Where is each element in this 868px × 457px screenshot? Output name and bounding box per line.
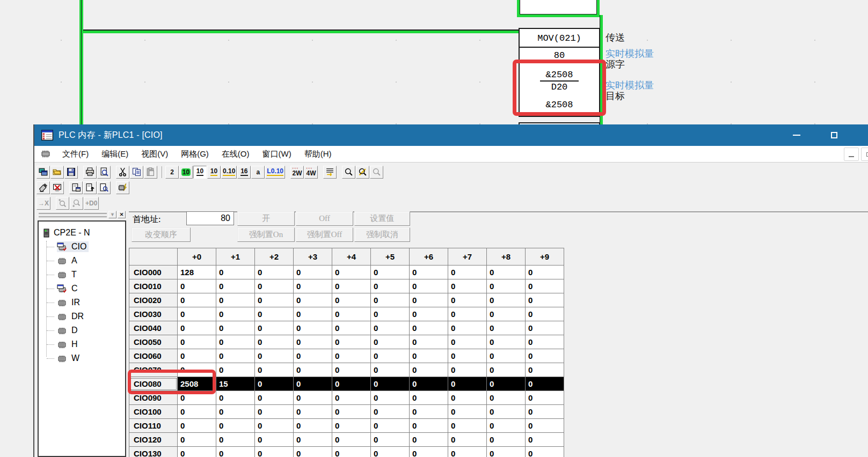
memory-cell[interactable]: 0 bbox=[448, 377, 487, 391]
memory-cell[interactable]: 0 bbox=[332, 419, 371, 433]
menu-item-3[interactable]: 网格(G) bbox=[174, 146, 215, 162]
memory-cell[interactable]: 0 bbox=[448, 433, 487, 447]
format-decimal-button[interactable]: 10 bbox=[193, 166, 207, 179]
memory-cell[interactable]: 0 bbox=[178, 419, 216, 433]
memory-cell[interactable]: 0 bbox=[371, 266, 410, 279]
memory-cell[interactable]: 0 bbox=[294, 321, 332, 335]
tree-item-h[interactable]: H bbox=[57, 337, 125, 351]
tree-item-w[interactable]: W bbox=[57, 351, 125, 365]
memory-cell[interactable]: 0 bbox=[487, 377, 526, 391]
memory-cell[interactable]: 0 bbox=[255, 419, 294, 433]
memory-cell[interactable]: 0 bbox=[294, 405, 332, 419]
memory-cell[interactable]: 0 bbox=[448, 349, 487, 363]
ctl-order-button[interactable]: 改变顺序 bbox=[132, 227, 191, 242]
copy-button[interactable] bbox=[130, 166, 143, 179]
memory-cell[interactable]: 0 bbox=[216, 391, 255, 405]
mdi-restore-button[interactable] bbox=[861, 148, 868, 161]
memory-cell[interactable]: 0 bbox=[371, 363, 410, 377]
memory-cell[interactable]: 0 bbox=[216, 363, 255, 377]
memory-cell[interactable]: 0 bbox=[332, 279, 371, 293]
fill-data-area-button[interactable] bbox=[37, 181, 50, 194]
memory-cell[interactable]: 0 bbox=[410, 391, 448, 405]
memory-cell[interactable]: 0 bbox=[294, 307, 332, 321]
column-header-plus8[interactable]: +8 bbox=[487, 248, 526, 266]
ladder-output-block[interactable] bbox=[517, 0, 600, 17]
memory-cell[interactable]: 0 bbox=[371, 279, 410, 293]
ctl-fon-button[interactable]: 强制置On bbox=[237, 227, 295, 242]
format-4-words-button[interactable]: ···4W bbox=[304, 166, 318, 179]
memory-cell[interactable]: 0 bbox=[294, 377, 332, 391]
format-double-float-button[interactable]: L0.10 bbox=[265, 166, 285, 179]
clear-data-area-button[interactable] bbox=[50, 181, 64, 194]
memory-cell[interactable]: 0 bbox=[371, 419, 410, 433]
maximize-button[interactable] bbox=[822, 124, 847, 146]
memory-cell[interactable]: 0 bbox=[255, 377, 294, 391]
memory-cell[interactable]: 0 bbox=[371, 349, 410, 363]
memory-cell[interactable]: 0 bbox=[294, 293, 332, 307]
memory-cell[interactable]: 0 bbox=[294, 363, 332, 377]
memory-cell[interactable]: 0 bbox=[216, 335, 255, 349]
row-label[interactable]: CIO010 bbox=[129, 279, 178, 293]
zoom-custom-button[interactable] bbox=[356, 166, 369, 179]
memory-cell[interactable]: 0 bbox=[410, 321, 448, 335]
memory-cell[interactable]: 0 bbox=[216, 349, 255, 363]
memory-cell[interactable]: 0 bbox=[255, 335, 294, 349]
panel-close-button[interactable]: ✕ bbox=[118, 211, 126, 218]
format-2-words-button[interactable]: ···2W bbox=[290, 166, 304, 179]
row-label[interactable]: CIO050 bbox=[129, 335, 178, 349]
print-button[interactable] bbox=[83, 166, 97, 179]
memory-cell[interactable]: 0 bbox=[255, 349, 294, 363]
system-menu-chip-icon[interactable] bbox=[40, 150, 52, 158]
memory-cell[interactable]: 0 bbox=[448, 321, 487, 335]
ctl-on-button[interactable]: 开 bbox=[237, 211, 295, 226]
memory-cell[interactable]: 0 bbox=[448, 405, 487, 419]
memory-cell[interactable]: 0 bbox=[487, 307, 526, 321]
memory-cell[interactable]: 0 bbox=[371, 405, 410, 419]
tree-item-d[interactable]: D bbox=[57, 323, 125, 337]
menu-item-2[interactable]: 视图(V) bbox=[135, 146, 174, 162]
memory-cell[interactable]: 0 bbox=[371, 293, 410, 307]
menu-item-0[interactable]: 文件(F) bbox=[56, 146, 95, 162]
tree-item-ir[interactable]: IR bbox=[57, 296, 125, 309]
memory-cell[interactable]: 0 bbox=[294, 419, 332, 433]
memory-cell[interactable]: 0 bbox=[216, 447, 255, 457]
memory-cell[interactable]: 0 bbox=[216, 405, 255, 419]
menu-item-1[interactable]: 编辑(E) bbox=[95, 146, 135, 162]
row-label[interactable]: CIO000 bbox=[129, 266, 178, 279]
memory-cell[interactable]: 0 bbox=[294, 349, 332, 363]
memory-cell[interactable]: 0 bbox=[448, 266, 487, 279]
memory-cell[interactable]: 0 bbox=[178, 349, 216, 363]
row-label[interactable]: CIO030 bbox=[129, 307, 178, 321]
memory-cell[interactable]: 0 bbox=[448, 335, 487, 349]
memory-cell[interactable]: 0 bbox=[332, 391, 371, 405]
memory-cell[interactable]: 0 bbox=[255, 293, 294, 307]
memory-cell[interactable]: 0 bbox=[332, 405, 371, 419]
menu-item-5[interactable]: 窗口(W) bbox=[256, 146, 298, 162]
memory-cell[interactable]: 0 bbox=[410, 349, 448, 363]
memory-cell[interactable]: 0 bbox=[294, 433, 332, 447]
memory-cell[interactable]: 0 bbox=[255, 391, 294, 405]
memory-cell[interactable]: 0 bbox=[526, 335, 564, 349]
memory-cell[interactable]: 0 bbox=[526, 405, 564, 419]
menu-item-4[interactable]: 在线(O) bbox=[215, 146, 256, 162]
format-text-button[interactable]: a bbox=[251, 166, 265, 179]
memory-cell[interactable]: 0 bbox=[371, 433, 410, 447]
memory-cell[interactable]: 0 bbox=[448, 279, 487, 293]
row-label[interactable]: CIO060 bbox=[129, 349, 178, 363]
column-header-plus1[interactable]: +1 bbox=[216, 248, 255, 266]
memory-cell[interactable]: 0 bbox=[448, 293, 487, 307]
memory-cell[interactable]: 0 bbox=[487, 391, 526, 405]
memory-cell[interactable]: 0 bbox=[216, 419, 255, 433]
column-header-plus0[interactable]: +0 bbox=[178, 248, 216, 266]
memory-cell[interactable]: 128 bbox=[178, 266, 216, 279]
memory-cell[interactable]: 0 bbox=[255, 433, 294, 447]
new-view-button[interactable] bbox=[37, 166, 50, 179]
memory-cell[interactable]: 0 bbox=[216, 266, 255, 279]
start-address-input[interactable] bbox=[186, 211, 234, 225]
memory-cell[interactable]: 0 bbox=[487, 335, 526, 349]
menu-item-6[interactable]: 帮助(H) bbox=[298, 146, 338, 162]
memory-cell[interactable]: 0 bbox=[410, 447, 448, 457]
memory-cell[interactable]: 0 bbox=[487, 419, 526, 433]
memory-cell[interactable]: 0 bbox=[255, 279, 294, 293]
tree-panel-header[interactable]: ▼ ✕ bbox=[38, 211, 126, 219]
